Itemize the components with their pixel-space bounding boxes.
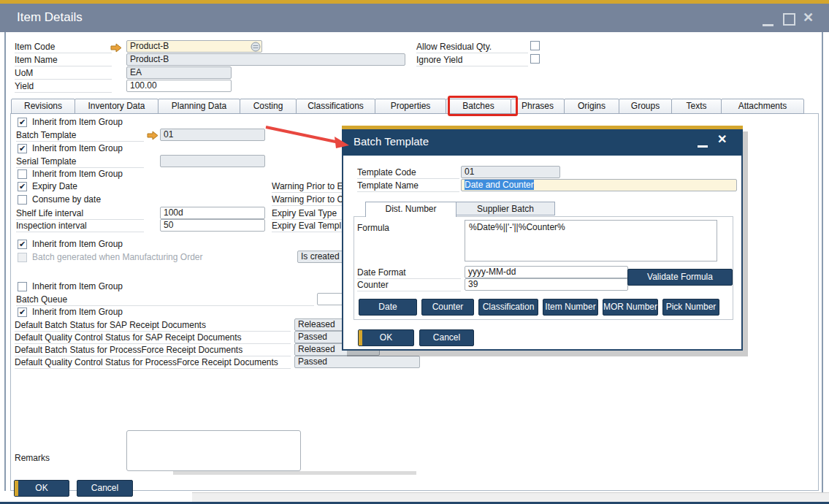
token-date-button[interactable]: Date bbox=[359, 299, 417, 316]
shelf-life-field[interactable]: 100d bbox=[160, 207, 265, 219]
batch-template-field[interactable]: 01 bbox=[160, 129, 265, 141]
minimize-icon[interactable] bbox=[763, 24, 773, 26]
tab-groups[interactable]: Groups bbox=[619, 99, 672, 114]
token-classification-button[interactable]: Classification bbox=[478, 299, 538, 316]
serial-template-label: Serial Template bbox=[16, 156, 144, 168]
template-code-label: Template Code bbox=[357, 167, 459, 179]
item-name-label: Item Name bbox=[15, 55, 112, 66]
cancel-button[interactable]: Cancel bbox=[77, 480, 133, 497]
dialog-close-icon[interactable]: ✕ bbox=[717, 132, 727, 146]
inherit-label-5: Inherit from Item Group bbox=[32, 281, 123, 293]
inherit-checkbox-4[interactable] bbox=[18, 240, 27, 249]
tab-properties[interactable]: Properties bbox=[375, 99, 446, 114]
inherit-label-4: Inherit from Item Group bbox=[32, 239, 123, 251]
inherit-checkbox-1[interactable] bbox=[18, 118, 27, 127]
tab-phrases[interactable]: Phrases bbox=[511, 99, 565, 114]
tab-costing[interactable]: Costing bbox=[240, 99, 297, 114]
inherit-checkbox-6[interactable] bbox=[18, 308, 27, 317]
close-icon[interactable]: ✕ bbox=[803, 9, 814, 26]
remarks-label: Remarks bbox=[15, 453, 50, 465]
inherit-label-6: Inherit from Item Group bbox=[32, 307, 123, 318]
token-item-number-button[interactable]: Item Number bbox=[543, 299, 598, 316]
ignore-yield-label: Ignore Yield bbox=[416, 55, 528, 66]
inherit-label-3: Inherit from Item Group bbox=[32, 169, 123, 180]
uom-field[interactable]: EA bbox=[126, 66, 232, 79]
window-right-border bbox=[822, 32, 823, 501]
item-name-field[interactable]: Product-B bbox=[126, 53, 405, 66]
batch-queue-label: Batch Queue bbox=[16, 294, 314, 306]
default-qc-status-pf-field[interactable]: Passed bbox=[294, 356, 420, 368]
inspection-interval-label: Inspection interval bbox=[16, 221, 144, 232]
maximize-icon[interactable] bbox=[783, 13, 795, 26]
selected-text: Date and Counter bbox=[465, 180, 534, 190]
tab-planning-data[interactable]: Planning Data bbox=[158, 99, 240, 114]
batch-generated-checkbox[interactable] bbox=[18, 253, 27, 262]
consume-by-date-label: Consume by date bbox=[32, 194, 101, 206]
default-qc-status-pf-label: Default Quality Control Status for Proce… bbox=[15, 357, 291, 369]
inspection-interval-field[interactable]: 50 bbox=[160, 219, 265, 232]
token-pick-number-button[interactable]: Pick Number bbox=[662, 299, 719, 316]
decorative-shadow bbox=[173, 471, 416, 475]
counter-label: Counter bbox=[357, 280, 461, 291]
inherit-checkbox-2[interactable] bbox=[18, 144, 27, 153]
uom-label: UoM bbox=[15, 68, 112, 80]
template-name-field[interactable]: Date and Counter bbox=[461, 179, 737, 191]
choose-from-list-icon[interactable] bbox=[251, 42, 261, 52]
tab-inventory-data[interactable]: Inventory Data bbox=[75, 99, 158, 114]
tab-strip: Revisions Inventory Data Planning Data C… bbox=[11, 99, 803, 114]
expiry-date-label: Expiry Date bbox=[32, 181, 77, 193]
dialog-ok-button[interactable]: OK bbox=[358, 329, 414, 346]
token-button-row: Date Counter Classification Item Number … bbox=[359, 299, 722, 316]
link-arrow-icon[interactable] bbox=[147, 131, 158, 140]
window-left-border bbox=[4, 32, 6, 501]
template-name-label: Template Name bbox=[357, 180, 459, 192]
inherit-checkbox-3[interactable] bbox=[18, 169, 27, 179]
item-code-label: Item Code bbox=[15, 42, 112, 53]
dialog-tab-supplier-batch[interactable]: Supplier Batch bbox=[456, 202, 555, 215]
dialog-tab-dist-number[interactable]: Dist. Number bbox=[365, 202, 456, 217]
tab-texts[interactable]: Texts bbox=[671, 99, 722, 114]
batch-template-label: Batch Template bbox=[16, 130, 144, 142]
batch-generated-label: Batch generated when Manufacturing Order bbox=[32, 252, 202, 264]
dialog-title: Batch Template bbox=[354, 135, 429, 148]
counter-field[interactable]: 39 bbox=[465, 278, 628, 291]
expiry-date-checkbox[interactable] bbox=[18, 182, 27, 191]
tab-attachments[interactable]: Attachments bbox=[721, 99, 804, 114]
formula-textarea[interactable]: %Date%||'-'||%Counter% bbox=[465, 220, 717, 261]
inherit-label-2: Inherit from Item Group bbox=[32, 143, 123, 155]
consume-by-date-checkbox[interactable] bbox=[18, 195, 27, 205]
annotation-arrow bbox=[261, 122, 356, 155]
inherit-label-1: Inherit from Item Group bbox=[32, 117, 123, 129]
date-format-label: Date Format bbox=[357, 267, 461, 279]
default-qc-status-sap-label: Default Quality Control Status for SAP R… bbox=[15, 332, 291, 344]
validate-formula-button[interactable]: Validate Formula bbox=[627, 269, 733, 286]
serial-template-field[interactable] bbox=[160, 155, 265, 167]
shelf-life-label: Shelf Life interval bbox=[16, 208, 144, 220]
default-batch-status-sap-label: Default Batch Status for SAP Receipt Doc… bbox=[15, 320, 291, 332]
window-title: Item Details bbox=[17, 10, 83, 25]
item-code-field[interactable]: Product-B bbox=[126, 40, 262, 53]
token-counter-button[interactable]: Counter bbox=[421, 299, 474, 316]
link-arrow-icon[interactable] bbox=[110, 43, 122, 53]
dialog-body: Template Code 01 Template Name Date and … bbox=[342, 156, 743, 351]
yield-label: Yield bbox=[15, 81, 112, 93]
formula-label: Formula bbox=[357, 223, 389, 234]
dialog-cancel-button[interactable]: Cancel bbox=[419, 329, 474, 346]
date-format-field[interactable]: yyyy-MM-dd bbox=[465, 266, 628, 278]
yield-field[interactable]: 100.00 bbox=[126, 80, 232, 92]
inherit-checkbox-5[interactable] bbox=[18, 282, 27, 291]
batch-template-dialog: Batch Template ✕ Template Code 01 Templa… bbox=[342, 126, 743, 351]
window-titlebar: Item Details ✕ bbox=[0, 4, 829, 32]
template-code-field[interactable]: 01 bbox=[461, 166, 560, 178]
dialog-minimize-icon[interactable] bbox=[698, 145, 708, 148]
remarks-textarea[interactable] bbox=[126, 430, 301, 471]
ignore-yield-checkbox[interactable] bbox=[530, 54, 540, 64]
window-footer-strip bbox=[192, 492, 829, 502]
tab-classifications[interactable]: Classifications bbox=[296, 99, 375, 114]
allow-residual-checkbox[interactable] bbox=[530, 41, 540, 50]
tab-revisions[interactable]: Revisions bbox=[11, 99, 75, 114]
default-batch-status-pf-label: Default Batch Status for ProcessForce Re… bbox=[15, 345, 291, 356]
ok-button[interactable]: OK bbox=[14, 480, 69, 497]
token-mor-number-button[interactable]: MOR Number bbox=[603, 299, 658, 316]
tab-origins[interactable]: Origins bbox=[564, 99, 619, 114]
